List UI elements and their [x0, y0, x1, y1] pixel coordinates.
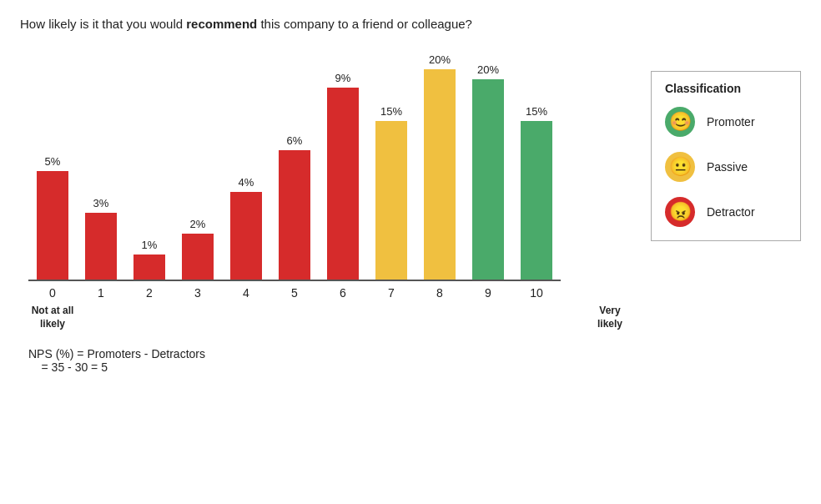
bar-rect [327, 88, 359, 280]
bar-pct: 9% [335, 72, 351, 84]
chart-area: 5%3%1%2%4%6%9%15%20%20%15% 012345678910 … [20, 46, 801, 491]
x-label: 6 [319, 286, 367, 300]
bars-section: 5%3%1%2%4%6%9%15%20%20%15% [20, 46, 634, 280]
legend-label: Detractor [707, 205, 755, 219]
legend-label: Promoter [707, 115, 755, 129]
bar-col: 1% [125, 239, 174, 280]
question-text-bold: recommend [186, 17, 257, 31]
bar-col: 20% [416, 53, 464, 280]
bar-rect [472, 79, 504, 280]
nps-line2: = 35 - 30 = 5 [28, 360, 634, 374]
bar-rect [37, 171, 68, 280]
x-label: 0 [28, 286, 77, 300]
bar-pct: 1% [142, 239, 158, 251]
x-label: 4 [222, 286, 270, 300]
legend-item: 😐Passive [665, 152, 787, 182]
x-label: 10 [512, 286, 561, 300]
x-label: 5 [270, 286, 319, 300]
question-text: How likely is it that you would recommen… [20, 15, 801, 33]
bar-col: 4% [222, 176, 270, 280]
bar-rect [424, 69, 456, 280]
bar-col: 20% [464, 63, 512, 280]
chart-wrap: 5%3%1%2%4%6%9%15%20%20%15% 012345678910 … [20, 46, 634, 374]
bar-pct: 2% [190, 218, 206, 230]
bar-rect [375, 121, 407, 280]
legend-label: Passive [707, 160, 748, 174]
x-label: 3 [174, 286, 222, 300]
bar-rect [85, 213, 117, 280]
legend-icon-red: 😠 [665, 197, 695, 227]
bar-col: 9% [319, 72, 367, 280]
bar-pct: 20% [429, 53, 451, 66]
legend-icon-green: 😊 [665, 107, 695, 137]
bar-col: 3% [77, 197, 125, 280]
bar-pct: 20% [477, 63, 499, 76]
legend: Classification 😊Promoter😐Passive😠Detract… [651, 71, 801, 241]
bar-rect [279, 150, 310, 280]
bar-col: 15% [367, 105, 416, 280]
legend-title: Classification [665, 82, 787, 95]
bar-rect [182, 234, 214, 280]
bar-col: 5% [28, 155, 77, 280]
x-ann-right: Very likely [586, 305, 634, 330]
main-container: How likely is it that you would recommen… [0, 0, 821, 504]
bar-pct: 6% [287, 134, 303, 147]
x-axis-line [28, 280, 561, 281]
nps-line1: NPS (%) = Promoters - Detractors [28, 347, 634, 360]
bar-pct: 4% [239, 176, 254, 189]
bar-col: 15% [512, 105, 561, 280]
bar-pct: 3% [93, 197, 109, 209]
x-label: 7 [367, 286, 416, 300]
x-label: 1 [77, 286, 125, 300]
bar-rect [521, 121, 552, 280]
nps-section: NPS (%) = Promoters - Detractors = 35 - … [20, 347, 634, 374]
bar-rect [133, 255, 165, 280]
bar-col: 6% [270, 134, 319, 280]
x-label: 8 [416, 286, 464, 300]
bar-pct: 5% [45, 155, 61, 168]
x-label: 2 [125, 286, 174, 300]
x-ann-spacer [77, 305, 586, 330]
question-text-start: How likely is it that you would [20, 17, 186, 31]
legend-item: 😊Promoter [665, 107, 787, 137]
bar-rect [230, 192, 262, 280]
bar-pct: 15% [526, 105, 547, 118]
x-label: 9 [464, 286, 512, 300]
bar-pct: 15% [380, 105, 402, 118]
x-annotations: Not at all likely Very likely [20, 305, 634, 330]
legend-icon-yellow: 😐 [665, 152, 695, 182]
bar-col: 2% [174, 218, 222, 280]
legend-items: 😊Promoter😐Passive😠Detractor [665, 107, 787, 227]
legend-item: 😠Detractor [665, 197, 787, 227]
x-labels: 012345678910 [20, 286, 634, 300]
question-text-end: this company to a friend or colleague? [257, 17, 472, 31]
x-ann-left: Not at all likely [28, 305, 77, 330]
